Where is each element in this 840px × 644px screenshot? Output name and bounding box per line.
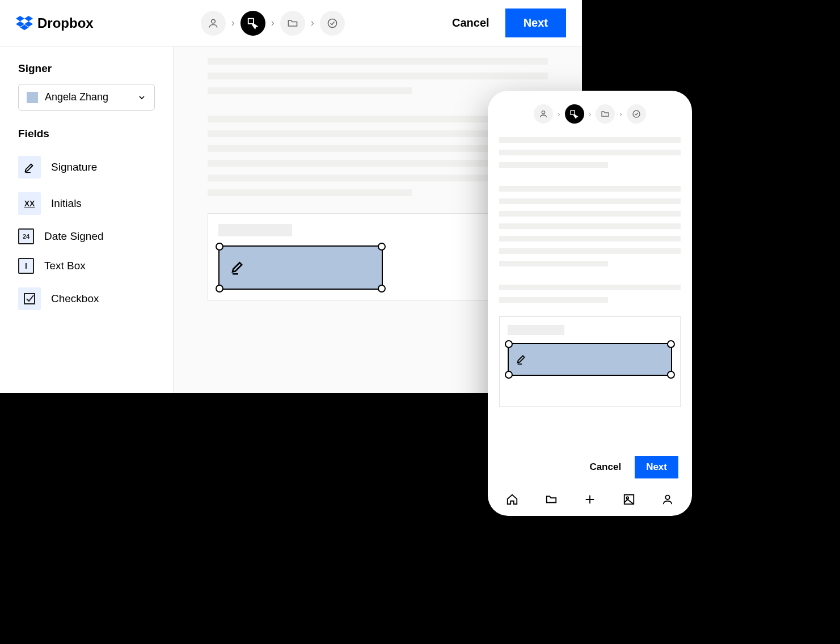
svg-rect-6 [248, 18, 254, 23]
step-person[interactable] [201, 11, 226, 36]
resize-handle[interactable] [505, 340, 513, 348]
svg-point-5 [212, 19, 216, 23]
chevron-right-icon: › [558, 109, 560, 118]
field-label: Initials [51, 197, 82, 210]
svg-marker-1 [24, 16, 33, 22]
nav-image[interactable] [622, 492, 636, 507]
chevron-right-icon: › [589, 109, 592, 118]
cancel-button[interactable]: Cancel [589, 461, 621, 473]
step-folder[interactable] [280, 11, 305, 36]
mobile-document[interactable] [499, 137, 681, 446]
pen-icon [516, 353, 528, 366]
brand-logo[interactable]: Dropbox [16, 15, 94, 31]
svg-point-14 [665, 495, 669, 499]
mobile-bottom-nav [499, 489, 681, 507]
dropbox-icon [16, 16, 33, 31]
checkbox-icon [18, 287, 41, 310]
field-label: Text Box [44, 260, 86, 272]
zone-label [508, 325, 564, 335]
chevron-right-icon: › [619, 109, 622, 118]
chevron-down-icon [137, 93, 146, 102]
next-button[interactable]: Next [505, 9, 566, 37]
initials-icon: XX [18, 192, 41, 215]
mobile-actions: Cancel Next [499, 446, 681, 489]
step-person[interactable] [534, 104, 553, 124]
field-textbox[interactable]: I Text Box [18, 251, 155, 281]
nav-add[interactable] [582, 492, 597, 507]
svg-point-11 [633, 111, 640, 117]
top-bar: Dropbox › › › Cancel Next [0, 0, 582, 46]
mobile-progress-steps: › › › [499, 104, 681, 124]
chevron-right-icon: › [231, 17, 235, 29]
header-actions: Cancel Next [452, 9, 566, 37]
date-icon: 24 [18, 228, 34, 244]
signer-color-swatch [27, 92, 38, 103]
svg-rect-10 [571, 111, 575, 115]
svg-point-9 [542, 111, 544, 114]
step-done[interactable] [627, 104, 646, 124]
nav-person[interactable] [660, 492, 675, 507]
chevron-right-icon: › [311, 17, 314, 29]
chevron-right-icon: › [271, 17, 275, 29]
signer-heading: Signer [18, 62, 155, 75]
pen-icon [230, 259, 247, 276]
brand-text: Dropbox [37, 15, 94, 31]
field-initials[interactable]: XX Initials [18, 185, 155, 222]
field-label: Signature [51, 161, 97, 173]
progress-steps: › › › [201, 11, 345, 36]
resize-handle[interactable] [378, 285, 386, 293]
step-field[interactable] [240, 11, 265, 36]
svg-marker-0 [16, 16, 24, 22]
step-folder[interactable] [596, 104, 615, 124]
field-label: Checkbox [51, 293, 99, 305]
next-button[interactable]: Next [635, 456, 678, 478]
resize-handle[interactable] [216, 285, 223, 293]
resize-handle[interactable] [667, 340, 675, 348]
mobile-preview: › › › Cancel Next [488, 91, 692, 516]
step-field[interactable] [565, 104, 584, 124]
left-sidebar: Signer Angela Zhang Fields Signature XX … [0, 46, 174, 393]
field-date[interactable]: 24 Date Signed [18, 222, 155, 251]
resize-handle[interactable] [505, 371, 513, 379]
pen-icon [18, 156, 41, 179]
field-signature[interactable]: Signature [18, 149, 155, 185]
resize-handle[interactable] [216, 243, 223, 251]
fields-heading: Fields [18, 128, 155, 140]
signer-dropdown[interactable]: Angela Zhang [18, 84, 155, 111]
nav-folder[interactable] [544, 492, 559, 507]
placed-signature-field[interactable] [218, 245, 383, 290]
signature-zone [499, 316, 681, 407]
svg-point-7 [328, 19, 336, 27]
cancel-button[interactable]: Cancel [452, 16, 489, 29]
resize-handle[interactable] [378, 243, 386, 251]
doc-placeholder-lines [499, 137, 681, 303]
step-done[interactable] [320, 11, 345, 36]
field-checkbox[interactable]: Checkbox [18, 281, 155, 317]
svg-point-13 [626, 497, 628, 499]
placed-signature-field[interactable] [508, 343, 672, 376]
zone-label [218, 224, 292, 236]
nav-home[interactable] [505, 492, 520, 507]
signer-name: Angela Zhang [45, 91, 130, 103]
field-label: Date Signed [44, 230, 104, 243]
textbox-icon: I [18, 258, 34, 274]
resize-handle[interactable] [667, 371, 675, 379]
